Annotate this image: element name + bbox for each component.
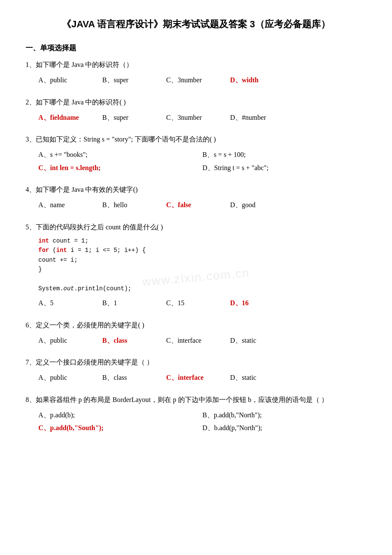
option-q2-2: C、3number bbox=[166, 111, 230, 124]
option-q2-3: D、#number bbox=[230, 111, 294, 124]
option-q3-3: D、String t = s + "abc"; bbox=[202, 162, 366, 174]
question-q7: 7、定义一个接口必须使用的关键字是（ ）A、publicB、classC、int… bbox=[26, 356, 366, 384]
option-q1-3: D、width bbox=[230, 74, 294, 87]
option-q3-1: B、s = s + 100; bbox=[202, 148, 366, 161]
option-q1-0: A、public bbox=[38, 74, 102, 87]
question-text-q7: 7、定义一个接口必须使用的关键字是（ ） bbox=[26, 356, 366, 368]
question-q3: 3、已知如下定义：String s = "story"; 下面哪个语句不是合法的… bbox=[26, 133, 366, 174]
question-text-q3: 3、已知如下定义：String s = "story"; 下面哪个语句不是合法的… bbox=[26, 133, 366, 145]
option-q3-0: A、s += "books"; bbox=[38, 148, 202, 161]
option-q4-3: D、good bbox=[230, 199, 294, 211]
options-q6: A、publicB、classC、interfaceD、static bbox=[26, 334, 366, 347]
option-q4-2: C、false bbox=[166, 199, 230, 211]
option-q8-3: D、b.add(p,"North"); bbox=[202, 422, 366, 434]
options-q4: A、nameB、helloC、falseD、good bbox=[26, 199, 366, 211]
option-q8-2: C、p.add(b,"South"); bbox=[38, 422, 202, 434]
page-title: 《JAVA 语言程序设计》期末考试试题及答案 3（应考必备题库） bbox=[26, 17, 366, 31]
option-q5-2: C、15 bbox=[166, 297, 230, 309]
option-q7-1: B、class bbox=[102, 371, 166, 384]
question-q1: 1、如下哪个是 Java 中的标识符（）A、publicB、superC、3nu… bbox=[26, 59, 366, 87]
question-q5: 5、下面的代码段执行之后 count 的值是什么( )int count = 1… bbox=[26, 221, 366, 310]
option-q2-1: B、super bbox=[102, 111, 166, 124]
option-q8-1: B、p.add(b,"North"); bbox=[202, 409, 366, 422]
option-q5-1: B、1 bbox=[102, 297, 166, 309]
option-q8-0: A、p.add(b); bbox=[38, 409, 202, 422]
question-text-q1: 1、如下哪个是 Java 中的标识符（） bbox=[26, 59, 366, 70]
option-q6-2: C、interface bbox=[166, 334, 230, 347]
option-q6-3: D、static bbox=[230, 334, 294, 347]
option-q2-0: A、fieldname bbox=[38, 111, 102, 124]
options-q3: A、s += "books";B、s = s + 100;C、int len =… bbox=[26, 148, 366, 174]
question-q8: 8、如果容器组件 p 的布局是 BorderLayout，则在 p 的下边中添加… bbox=[26, 394, 366, 435]
option-q7-0: A、public bbox=[38, 371, 102, 384]
option-q6-1: B、class bbox=[102, 334, 166, 347]
option-q7-2: C、interface bbox=[166, 371, 230, 384]
option-q7-3: D、static bbox=[230, 371, 294, 384]
question-text-q5: 5、下面的代码段执行之后 count 的值是什么( ) bbox=[26, 221, 366, 233]
options-q1: A、publicB、superC、3numberD、width bbox=[26, 74, 366, 87]
option-q6-0: A、public bbox=[38, 334, 102, 347]
option-q1-1: B、super bbox=[102, 74, 166, 87]
options-q2: A、fieldnameB、superC、3numberD、#number bbox=[26, 111, 366, 124]
section-header: 一、单项选择题 bbox=[26, 43, 366, 53]
code-block-q5: int count = 1;for (int i = 1; i <= 5; i+… bbox=[38, 236, 366, 293]
question-q4: 4、如下哪个是 Java 中有效的关键字()A、nameB、helloC、fal… bbox=[26, 184, 366, 212]
options-q8: A、p.add(b);B、p.add(b,"North");C、p.add(b,… bbox=[26, 409, 366, 435]
question-text-q4: 4、如下哪个是 Java 中有效的关键字() bbox=[26, 184, 366, 195]
question-text-q6: 6、定义一个类，必须使用的关键字是( ) bbox=[26, 319, 366, 331]
question-text-q2: 2、如下哪个是 Java 中的标识符( ) bbox=[26, 96, 366, 108]
options-q5: A、5B、1C、15D、16 bbox=[26, 297, 366, 309]
question-q6: 6、定义一个类，必须使用的关键字是( )A、publicB、classC、int… bbox=[26, 319, 366, 347]
questions-container: 1、如下哪个是 Java 中的标识符（）A、publicB、superC、3nu… bbox=[26, 59, 366, 435]
question-text-q8: 8、如果容器组件 p 的布局是 BorderLayout，则在 p 的下边中添加… bbox=[26, 394, 366, 405]
option-q4-0: A、name bbox=[38, 199, 102, 211]
option-q3-2: C、int len = s.length; bbox=[38, 162, 202, 174]
question-q2: 2、如下哪个是 Java 中的标识符( )A、fieldnameB、superC… bbox=[26, 96, 366, 124]
option-q4-1: B、hello bbox=[102, 199, 166, 211]
option-q1-2: C、3number bbox=[166, 74, 230, 87]
option-q5-3: D、16 bbox=[230, 297, 294, 309]
option-q5-0: A、5 bbox=[38, 297, 102, 309]
options-q7: A、publicB、classC、interfaceD、static bbox=[26, 371, 366, 384]
